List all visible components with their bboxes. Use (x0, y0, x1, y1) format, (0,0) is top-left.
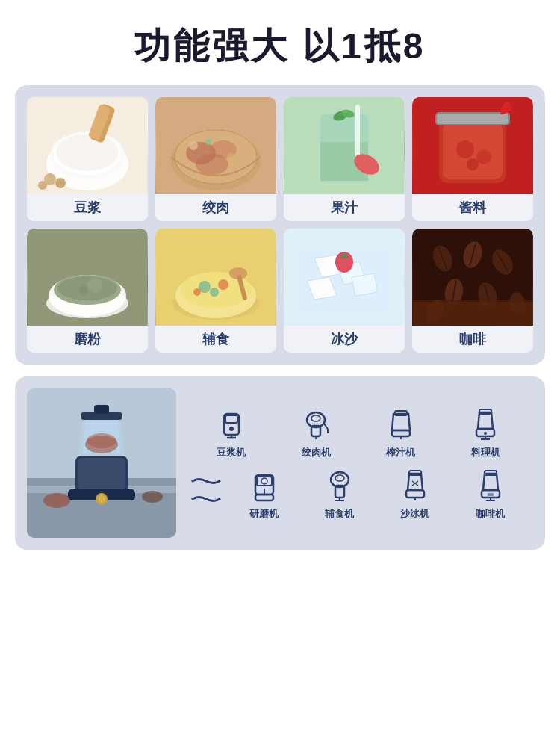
appliance-label-zhazhi: 榨汁机 (386, 446, 415, 459)
svg-marker-59 (352, 273, 378, 296)
svg-line-100 (323, 423, 328, 429)
svg-point-49 (218, 279, 228, 290)
svg-rect-81 (78, 458, 125, 491)
food-image-jiangliao (412, 97, 533, 194)
svg-point-84 (87, 433, 116, 448)
food-item-fushi: 辅食 (155, 229, 276, 353)
food-item-doujiang: 豆浆 (27, 97, 148, 221)
svg-rect-103 (392, 430, 410, 436)
appliance-liaoli: 料理机 (446, 406, 526, 459)
appliance-label-doujiang: 豆浆机 (217, 446, 246, 459)
svg-point-41 (66, 281, 78, 293)
food-image-doujiang (27, 97, 148, 194)
food-image-jiarou (155, 97, 276, 194)
svg-point-51 (193, 288, 201, 296)
food-label-jiangliao: 酱料 (412, 194, 533, 221)
food-item-kafei: 咖啡 (412, 229, 533, 353)
svg-point-99 (311, 415, 320, 421)
food-item-guozhi: 果汁 (284, 97, 405, 221)
svg-rect-86 (94, 405, 109, 414)
food-image-mofen (27, 229, 148, 326)
food-image-guozhi (284, 97, 405, 194)
food-label-doujiang: 豆浆 (27, 194, 148, 221)
food-grid-section: 豆浆 绞肉 (15, 85, 545, 365)
svg-rect-129 (488, 493, 494, 496)
svg-point-18 (205, 139, 211, 145)
svg-point-114 (261, 478, 267, 484)
svg-point-109 (484, 432, 487, 435)
appliance-jiarou: 绞肉机 (276, 406, 357, 459)
food-label-guozhi: 果汁 (284, 194, 405, 221)
svg-rect-121 (406, 490, 424, 498)
food-image-bingsha (284, 229, 405, 326)
svg-point-90 (142, 491, 163, 503)
svg-point-32 (456, 140, 474, 158)
appliance-label-liaoli: 料理机 (471, 446, 500, 459)
shabing-machine-icon (396, 467, 434, 504)
svg-point-4 (56, 134, 119, 171)
food-image-fushi (155, 229, 276, 326)
food-label-mofen: 磨粉 (27, 326, 148, 353)
svg-point-16 (189, 141, 198, 150)
svg-point-50 (210, 288, 219, 297)
appliance-right: 豆浆机 绞肉机 (176, 398, 533, 528)
page-title: 功能强大 以1抵8 (0, 0, 560, 85)
doujiang-machine-icon (213, 406, 250, 443)
appliance-photo (27, 388, 176, 538)
food-label-fushi: 辅食 (155, 326, 276, 353)
liaoli-machine-icon (467, 406, 504, 443)
svg-rect-76 (413, 302, 532, 326)
food-label-jiarou: 绞肉 (155, 194, 276, 221)
svg-point-34 (467, 158, 479, 170)
food-item-bingsha: 冰沙 (284, 229, 405, 353)
kafei-machine-icon (472, 467, 509, 504)
svg-point-15 (196, 154, 228, 175)
appliance-fushi: 辅食机 (304, 467, 375, 521)
food-row-1: 豆浆 绞肉 (27, 97, 533, 221)
food-item-jiangliao: 酱料 (412, 97, 533, 221)
svg-point-43 (79, 285, 88, 294)
jiarou-machine-icon (297, 406, 335, 443)
appliance-label-yanmo: 研磨机 (249, 507, 279, 521)
svg-rect-31 (437, 114, 508, 124)
appliance-label-jiarou: 绞肉机 (302, 446, 331, 459)
food-label-kafei: 咖啡 (412, 326, 533, 353)
fushi-machine-icon (321, 467, 358, 504)
appliance-label-shabing: 沙冰机 (400, 507, 429, 521)
svg-point-6 (55, 178, 66, 188)
appliance-doujiang: 豆浆机 (191, 406, 272, 459)
food-row-2: 磨粉 辅食 (27, 229, 533, 353)
appliance-shabing: 沙冰机 (379, 467, 450, 521)
appliance-label-kafei: 咖啡机 (476, 507, 505, 521)
svg-rect-112 (255, 495, 273, 500)
zhazhi-machine-icon (382, 406, 420, 443)
appliance-yanmo: 研磨机 (228, 467, 299, 521)
appliance-kafei: 咖啡机 (455, 467, 526, 521)
yanmo-machine-icon (246, 467, 283, 504)
svg-point-95 (229, 427, 234, 431)
food-item-jiarou: 绞肉 (155, 97, 276, 221)
svg-point-88 (98, 495, 105, 503)
svg-point-33 (476, 149, 491, 164)
appliance-zhazhi: 榨汁机 (361, 406, 441, 459)
svg-point-42 (87, 278, 102, 293)
svg-rect-92 (225, 415, 237, 423)
appliance-section: 豆浆机 绞肉机 (15, 376, 545, 550)
food-image-kafei (412, 229, 533, 326)
svg-point-7 (38, 181, 47, 190)
food-item-mofen: 磨粉 (27, 229, 148, 353)
svg-point-17 (227, 153, 234, 161)
svg-point-117 (335, 475, 344, 481)
appliance-label-fushi: 辅食机 (325, 507, 354, 521)
svg-point-89 (43, 493, 70, 508)
food-label-bingsha: 冰沙 (284, 326, 405, 353)
